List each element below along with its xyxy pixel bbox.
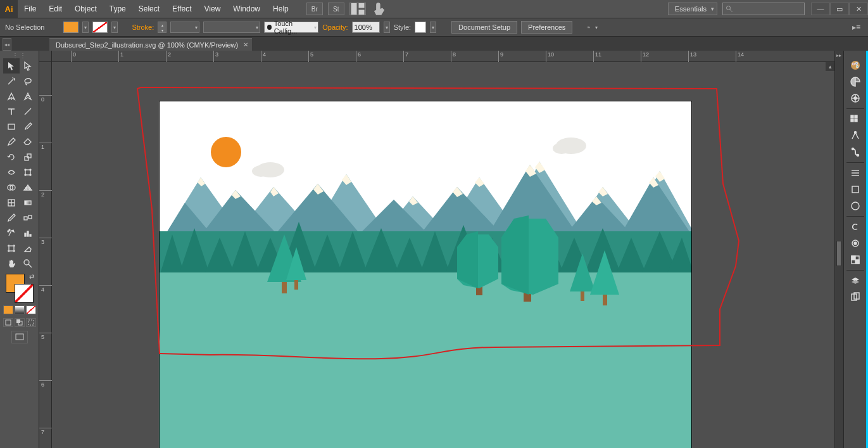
menu-edit[interactable]: Edit bbox=[42, 0, 68, 18]
menu-window[interactable]: Window bbox=[227, 0, 267, 18]
selection-tool[interactable] bbox=[3, 58, 20, 74]
brushes-panel-icon[interactable] bbox=[846, 111, 864, 127]
lasso-tool[interactable] bbox=[20, 74, 36, 89]
graphic-style-swatch[interactable] bbox=[415, 22, 426, 33]
menu-file[interactable]: File bbox=[18, 0, 42, 18]
rotate-tool[interactable] bbox=[3, 150, 20, 165]
appearance-panel-icon[interactable] bbox=[846, 198, 864, 214]
draw-behind-icon[interactable] bbox=[15, 318, 25, 327]
shape-builder-tool[interactable] bbox=[3, 180, 20, 195]
preferences-button[interactable]: Preferences bbox=[521, 21, 572, 34]
stock-icon[interactable]: St bbox=[328, 3, 344, 15]
color-mode-solid[interactable] bbox=[3, 305, 13, 314]
screen-mode-button[interactable] bbox=[11, 331, 28, 343]
gradient-tool[interactable] bbox=[20, 195, 36, 210]
color-mode-none[interactable] bbox=[26, 305, 36, 314]
line-segment-tool[interactable] bbox=[20, 104, 36, 119]
close-button[interactable]: ✕ bbox=[849, 3, 868, 15]
free-transform-tool[interactable] bbox=[20, 165, 36, 180]
hand-tool[interactable] bbox=[3, 256, 20, 271]
column-graph-tool[interactable] bbox=[20, 226, 36, 241]
curvature-tool[interactable] bbox=[20, 89, 36, 104]
transparency-panel-icon[interactable] bbox=[846, 252, 864, 268]
variable-width-profile[interactable] bbox=[203, 22, 260, 33]
slice-tool[interactable] bbox=[20, 241, 36, 256]
stroke-swatch[interactable] bbox=[92, 22, 108, 33]
canvas[interactable]: 0 1 2 3 4 5 6 7 8 9 10 11 12 13 14 ▴ bbox=[52, 51, 834, 448]
color-mode-gradient[interactable] bbox=[15, 305, 25, 314]
panel-collapse-gutter[interactable]: ▸▸ bbox=[834, 51, 843, 448]
paintbrush-tool[interactable] bbox=[20, 119, 36, 134]
magic-wand-tool[interactable] bbox=[3, 74, 20, 89]
maximize-button[interactable]: ▭ bbox=[830, 3, 849, 15]
draw-inside-icon[interactable] bbox=[26, 318, 36, 327]
artboard[interactable] bbox=[160, 101, 691, 448]
document-setup-button[interactable]: Document Setup bbox=[451, 21, 517, 34]
opacity-dropdown[interactable] bbox=[384, 22, 390, 33]
svg-rect-5 bbox=[588, 27, 589, 29]
horizontal-ruler[interactable]: 0 1 2 3 4 5 6 7 8 9 10 11 12 13 14 bbox=[52, 51, 834, 62]
scroll-up-arrow[interactable]: ▴ bbox=[826, 62, 834, 71]
fill-swatch[interactable] bbox=[63, 22, 79, 33]
color-guide-panel-icon[interactable] bbox=[846, 74, 864, 90]
swap-fill-stroke-icon[interactable]: ⇄ bbox=[29, 273, 34, 280]
stroke-dropdown[interactable] bbox=[111, 22, 118, 33]
menu-object[interactable]: Object bbox=[68, 0, 103, 18]
document-tab[interactable]: Dubsured_Step2_illustration.svg @ 100% (… bbox=[49, 38, 252, 51]
style-dropdown[interactable] bbox=[430, 22, 436, 33]
blend-tool[interactable] bbox=[20, 210, 36, 226]
brush-definition[interactable]: Touch Callig... bbox=[264, 22, 318, 33]
menu-view[interactable]: View bbox=[198, 0, 227, 18]
vertical-scrollbar-thumb[interactable] bbox=[836, 241, 841, 266]
eraser-tool[interactable] bbox=[20, 134, 36, 150]
width-tool[interactable] bbox=[3, 165, 20, 180]
artboard-tool[interactable] bbox=[3, 241, 20, 256]
stroke-color-box[interactable] bbox=[15, 284, 34, 303]
menu-select[interactable]: Select bbox=[132, 0, 166, 18]
layers-panel-icon[interactable] bbox=[846, 272, 864, 289]
toolbar-collapse-handle[interactable]: ◂◂ bbox=[3, 38, 11, 51]
perspective-grid-tool[interactable] bbox=[20, 180, 36, 195]
minimize-button[interactable]: — bbox=[811, 3, 830, 15]
tools-panel-grip[interactable]: ⋮⋮ bbox=[0, 52, 39, 58]
search-input[interactable] bbox=[722, 3, 805, 15]
cc-libraries-panel-icon[interactable] bbox=[846, 219, 864, 235]
type-tool[interactable] bbox=[3, 104, 20, 119]
zoom-tool[interactable] bbox=[20, 256, 36, 271]
workspace-switcher[interactable]: Essentials bbox=[668, 3, 717, 15]
align-panel-icon[interactable] bbox=[846, 165, 864, 181]
color-panel-icon[interactable] bbox=[846, 57, 864, 74]
panel-expand-handle[interactable]: ▸▸ bbox=[834, 51, 843, 60]
graphic-styles-panel-icon[interactable] bbox=[846, 235, 864, 252]
arrange-documents-icon[interactable] bbox=[349, 3, 366, 15]
eyedropper-tool[interactable] bbox=[3, 210, 20, 226]
opacity-field[interactable]: 100% bbox=[352, 22, 380, 33]
pencil-tool[interactable] bbox=[3, 134, 20, 150]
stroke-weight-stepper[interactable]: ▴▾ bbox=[158, 22, 167, 33]
scale-tool[interactable] bbox=[20, 150, 36, 165]
swatches-panel-icon[interactable] bbox=[846, 90, 864, 106]
ruler-origin[interactable] bbox=[39, 51, 52, 62]
rectangle-tool[interactable] bbox=[3, 119, 20, 134]
menu-type[interactable]: Type bbox=[103, 0, 132, 18]
close-tab-icon[interactable]: ✕ bbox=[243, 41, 248, 48]
align-to-dropdown[interactable] bbox=[585, 22, 599, 33]
stroke-weight-field[interactable] bbox=[170, 22, 199, 33]
vertical-ruler[interactable]: 0 1 2 3 4 5 6 7 bbox=[39, 51, 52, 448]
pen-tool[interactable] bbox=[3, 89, 20, 104]
symbol-sprayer-tool[interactable] bbox=[3, 226, 20, 241]
transform-panel-icon[interactable] bbox=[846, 181, 864, 198]
artboards-panel-icon[interactable] bbox=[846, 289, 864, 305]
bridge-icon[interactable]: Br bbox=[306, 3, 323, 15]
fill-stroke-control[interactable]: ⇄ bbox=[6, 274, 34, 303]
control-bar-menu-icon[interactable]: ▸≡ bbox=[852, 23, 863, 32]
direct-selection-tool[interactable] bbox=[20, 58, 36, 74]
fill-dropdown[interactable] bbox=[82, 22, 89, 33]
menu-help[interactable]: Help bbox=[267, 0, 295, 18]
touch-icon[interactable] bbox=[371, 3, 387, 15]
draw-normal-icon[interactable] bbox=[3, 318, 13, 327]
menu-effect[interactable]: Effect bbox=[166, 0, 198, 18]
symbols-panel-icon[interactable] bbox=[846, 127, 864, 144]
mesh-tool[interactable] bbox=[3, 195, 20, 210]
stroke-panel-icon[interactable] bbox=[846, 144, 864, 160]
